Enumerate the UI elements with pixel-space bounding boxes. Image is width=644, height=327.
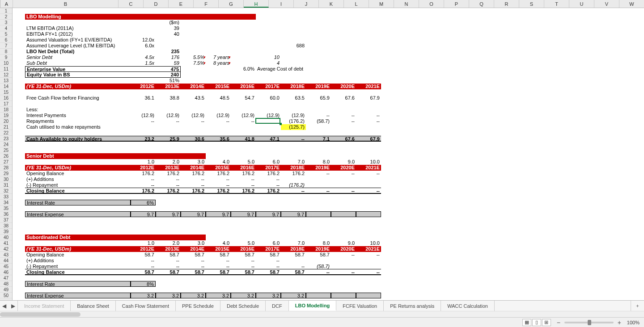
cell-F10[interactable]: ▾ xyxy=(227,60,231,66)
cell-K20[interactable]: -- xyxy=(331,118,356,124)
tab-nav-next[interactable]: ▶ xyxy=(11,303,15,309)
row-header-25[interactable]: 25 xyxy=(0,147,12,153)
cell-L19[interactable]: -- xyxy=(356,113,381,118)
sheet-tab-fcfe-valuation[interactable]: FCFE Valuation xyxy=(336,301,384,311)
cell-L45[interactable] xyxy=(356,264,381,269)
column-header-I[interactable]: I xyxy=(269,0,294,8)
cell-F9[interactable]: ▾ xyxy=(227,54,231,60)
cell-B19[interactable]: Interest Payments xyxy=(25,113,131,118)
avg-cost-debt-label[interactable]: Average Cost of debt xyxy=(256,66,331,72)
cell-B21[interactable]: Cash utilised to make repayments xyxy=(25,124,131,130)
cell-L29[interactable]: -- xyxy=(356,171,381,176)
row-header-11[interactable]: 11 xyxy=(0,66,12,72)
cell-G43[interactable]: 58.7 xyxy=(231,252,256,258)
cell-C16[interactable]: 36.1 xyxy=(131,95,156,101)
cell-I20[interactable]: (176.2) xyxy=(281,118,306,124)
cell-G46[interactable]: 58.7 xyxy=(231,269,256,275)
cell-G50[interactable]: 3.2 xyxy=(231,293,256,298)
column-header-A[interactable]: A xyxy=(0,0,13,8)
cell-J46[interactable]: -- xyxy=(306,269,331,275)
cell-E23[interactable]: 30.6 xyxy=(181,136,206,142)
cell-J14[interactable]: 2019E xyxy=(306,84,331,89)
cell-H43[interactable]: 58.7 xyxy=(256,252,281,258)
cell-D30[interactable]: -- xyxy=(156,176,181,182)
cell-B43[interactable]: Opening Balance xyxy=(25,252,131,258)
cell-I7[interactable]: 688 xyxy=(281,43,306,49)
cell-B6[interactable]: Assumed Valuation (FY+1 EV/EBITDA) xyxy=(25,37,131,43)
cell-I31[interactable]: (176.2) xyxy=(281,182,306,188)
cell-D12[interactable]: 240 xyxy=(156,72,181,78)
ye-header-2[interactable]: (YE 31-Dec, USDm) xyxy=(25,165,131,171)
cell-E41[interactable]: 3.0 xyxy=(181,240,206,246)
cell-D14[interactable]: 2013E xyxy=(156,84,181,89)
sheet-tab-income-statement[interactable]: Income Statement xyxy=(18,301,71,311)
cell-D31[interactable]: -- xyxy=(156,182,181,188)
column-header-G[interactable]: G xyxy=(219,0,244,8)
column-header-R[interactable]: R xyxy=(494,0,519,8)
cell-I36[interactable]: 9.7 xyxy=(281,211,306,217)
row-header-32[interactable]: 32 xyxy=(0,188,12,194)
cell-L44[interactable] xyxy=(356,258,381,264)
cell-D19[interactable]: (12.9) xyxy=(156,113,181,118)
cell-C19[interactable]: (12.9) xyxy=(131,113,156,118)
cell-F29[interactable]: 176.2 xyxy=(206,171,231,176)
cell-H32[interactable]: 176.2 xyxy=(256,188,281,194)
sheet-tab-wacc-calculation[interactable]: WACC Calculation xyxy=(441,301,495,311)
cell-H41[interactable]: 6.0 xyxy=(256,240,281,246)
cell-D46[interactable]: 58.7 xyxy=(156,269,181,275)
cell-K16[interactable]: 67.6 xyxy=(331,95,356,101)
zoom-out-button[interactable]: − xyxy=(555,319,562,326)
cell-E29[interactable]: 176.2 xyxy=(181,171,206,176)
cell-G44[interactable]: -- xyxy=(231,258,256,264)
cell-D8[interactable]: 235 xyxy=(156,49,181,54)
sheet-tab-lbo-modelling[interactable]: LBO Modelling xyxy=(289,301,337,311)
row-header-31[interactable]: 31 xyxy=(0,182,12,188)
cell-H29[interactable]: 176.2 xyxy=(256,171,281,176)
cell-D43[interactable]: 58.7 xyxy=(156,252,181,258)
cell-J30[interactable] xyxy=(306,176,331,182)
ye-header-3[interactable]: (YE 31-Dec, USDm) xyxy=(25,246,131,252)
cell-C46[interactable]: 58.7 xyxy=(131,269,156,275)
cell-I46[interactable]: 58.7 xyxy=(281,269,306,275)
cell-G28[interactable]: 2016E xyxy=(231,165,256,171)
sheet-tab-ppe-schedule[interactable]: PPE Schedule xyxy=(176,301,220,311)
row-header-49[interactable]: 49 xyxy=(0,287,12,293)
cell-L36[interactable] xyxy=(356,211,381,217)
view-page-break-button[interactable] xyxy=(542,319,551,326)
cell-G23[interactable]: 41.8 xyxy=(231,136,256,142)
row-header-50[interactable]: 50 xyxy=(0,293,12,298)
row-header-28[interactable]: 28 xyxy=(0,165,12,171)
cell-J36[interactable] xyxy=(306,211,331,217)
sheet-tab-debt-schedule[interactable]: Debt Schedule xyxy=(220,301,266,311)
row-header-30[interactable]: 30 xyxy=(0,176,12,182)
cell-B44[interactable]: (+) Additions xyxy=(25,258,131,264)
cell-I14[interactable]: 2018E xyxy=(281,84,306,89)
row-header-47[interactable]: 47 xyxy=(0,275,12,281)
cell-I50[interactable]: 3.2 xyxy=(281,293,306,298)
cell-G11[interactable]: 6.0% xyxy=(231,66,256,72)
column-header-H[interactable]: H xyxy=(244,0,269,8)
cell-K31[interactable] xyxy=(331,182,356,188)
cell-D32[interactable]: 176.2 xyxy=(156,188,181,194)
cell-G45[interactable]: -- xyxy=(231,264,256,269)
senior-int-rate-label[interactable]: Interest Rate xyxy=(25,200,131,205)
column-header-L[interactable]: L xyxy=(344,0,369,8)
cell-E36[interactable]: 9.7 xyxy=(181,211,206,217)
cell-C20[interactable]: -- xyxy=(131,118,156,124)
cell-G41[interactable]: 5.0 xyxy=(231,240,256,246)
row-header-1[interactable]: 1 xyxy=(0,8,12,14)
cell-B8[interactable]: LBO Net Debt (Total) xyxy=(25,49,131,54)
cell-E19[interactable]: (12.9) xyxy=(181,113,206,118)
cell-F36[interactable]: 9.7 xyxy=(206,211,231,217)
cell-H16[interactable]: 60.0 xyxy=(256,95,281,101)
cell-G14[interactable]: 2016E xyxy=(231,84,256,89)
cell-J29[interactable]: -- xyxy=(306,171,331,176)
column-header-Q[interactable]: Q xyxy=(469,0,494,8)
cell-C34[interactable]: 6% xyxy=(131,200,156,205)
cell-D23[interactable]: 25.9 xyxy=(156,136,181,142)
cell-F44[interactable]: -- xyxy=(206,258,231,264)
cell-F43[interactable]: 58.7 xyxy=(206,252,231,258)
cell-H44[interactable]: -- xyxy=(256,258,281,264)
cell-H9[interactable]: 10 xyxy=(256,54,281,60)
cell-D50[interactable]: 3.2 xyxy=(156,293,181,298)
